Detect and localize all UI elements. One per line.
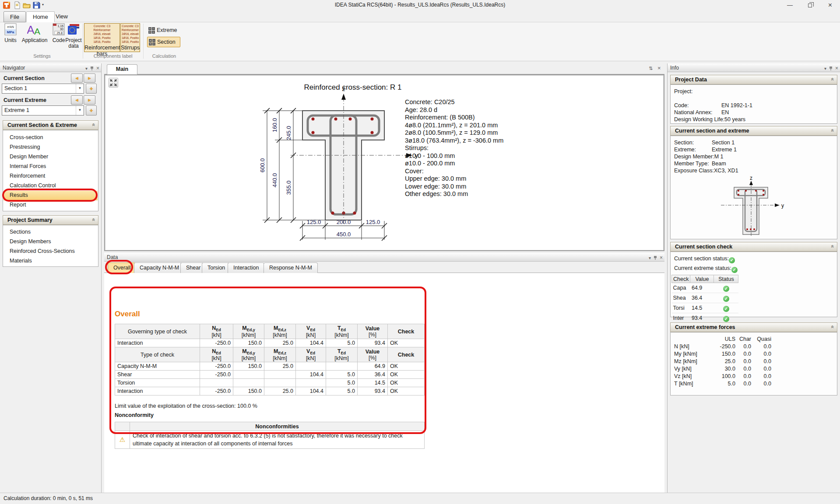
- table-cell: -250.0: [200, 339, 233, 347]
- pin-icon[interactable]: [654, 256, 657, 260]
- close-icon[interactable]: ×: [96, 65, 99, 71]
- tab-main[interactable]: Main: [107, 64, 137, 74]
- table-cell: 104.4: [296, 339, 326, 347]
- navigator-title-text: Navigator: [3, 65, 25, 71]
- units-label: Units: [2, 38, 19, 43]
- svg-text:355.0: 355.0: [285, 181, 292, 195]
- close-icon[interactable]: ×: [660, 255, 663, 261]
- calculation-group-label: Calculation: [144, 53, 184, 59]
- tab-view[interactable]: View: [49, 11, 74, 22]
- svg-text:z: z: [750, 175, 752, 181]
- svg-text:25.8: 25.8: [56, 32, 63, 35]
- close-icon[interactable]: ×: [835, 65, 838, 71]
- svg-text:Upper edge: 30.0 mm: Upper edge: 30.0 mm: [405, 175, 466, 182]
- sidebar-item-sections[interactable]: Sections: [4, 228, 98, 237]
- stirrups-button[interactable]: Concrete: C3 Reinforcemer 2Ø16, elevati …: [120, 23, 140, 52]
- table-cell: 5.0: [326, 371, 358, 379]
- group-project-summary[interactable]: Project Summary«: [3, 215, 98, 225]
- sidebar-item-materials[interactable]: Materials: [4, 256, 98, 266]
- close-icon[interactable]: ×: [657, 65, 661, 71]
- table-header-row: Nonconformities: [115, 422, 425, 431]
- dock-icon[interactable]: ⇅: [649, 66, 653, 71]
- sidebar-item-design-member[interactable]: Design Member: [4, 152, 98, 162]
- navigator-list: Sections Design Members Reinforced Cross…: [3, 225, 98, 267]
- reinforcement-bars-button[interactable]: Concrete: C3 Reinforcemer 2Ø16, elevati …: [84, 23, 120, 52]
- sidebar-item-reinforced-cross-sections[interactable]: Reinforced Cross-Sections: [4, 247, 98, 256]
- tab-interaction[interactable]: Interaction: [228, 262, 264, 273]
- previous-section-button[interactable]: ◄: [71, 74, 83, 83]
- table-row: Capa 64.9 ✓: [672, 283, 738, 293]
- info-row: Exposure Class:XC3, XD1: [674, 168, 738, 174]
- add-extreme-button[interactable]: +: [86, 105, 97, 116]
- sidebar-item-cross-section[interactable]: Cross-section: [4, 133, 98, 143]
- dropdown-icon[interactable]: ▾: [85, 66, 88, 71]
- sidebar-item-design-members[interactable]: Design Members: [4, 237, 98, 247]
- info-row: Project:: [674, 88, 721, 94]
- group-project-data[interactable]: Project Data«: [670, 75, 837, 84]
- preview-line: 2Ø16, elevati: [84, 32, 119, 35]
- svg-text:200.0: 200.0: [337, 219, 351, 225]
- project-data-button[interactable]: Project data: [64, 23, 83, 49]
- section-extreme-box: Section:Section 1 Extreme:Extreme 1 Desi…: [670, 136, 837, 239]
- group-header-label: Current section check: [675, 244, 732, 250]
- pin-icon[interactable]: [90, 66, 94, 71]
- next-extreme-button[interactable]: ►: [84, 95, 95, 105]
- sidebar-item-results[interactable]: Results: [4, 191, 98, 200]
- collapse-icon: «: [830, 245, 836, 248]
- zoom-extents-button[interactable]: [109, 78, 118, 88]
- table-cell: 25.0: [264, 362, 296, 371]
- minimize-button[interactable]: —: [780, 0, 800, 11]
- svg-text:ø10.0 - 200.0 mm: ø10.0 - 200.0 mm: [405, 160, 455, 167]
- chevron-down-icon: ▼: [76, 106, 84, 115]
- previous-extreme-button[interactable]: ◄: [71, 95, 83, 105]
- section-button[interactable]: +−×÷ Section: [147, 37, 180, 47]
- drawing-canvas[interactable]: Reinforced cross-section: R 1 z y: [104, 74, 664, 251]
- dropdown-icon[interactable]: ▾: [824, 66, 826, 71]
- group-current-section-extreme[interactable]: Current Section & Extreme«: [3, 120, 98, 130]
- restore-button[interactable]: [800, 0, 820, 11]
- group-current-section-extreme-info[interactable]: Current section and extreme«: [670, 126, 837, 136]
- pin-icon[interactable]: [829, 66, 833, 71]
- table-cell: VEd[kN]: [296, 347, 326, 362]
- tab-overall[interactable]: Overall: [108, 262, 137, 273]
- dropdown-icon[interactable]: ▾: [649, 256, 651, 260]
- close-button[interactable]: ×: [820, 0, 840, 11]
- section-select[interactable]: Section 1▼: [2, 84, 84, 94]
- group-header-label: Project Summary: [7, 217, 53, 223]
- sidebar-item-report[interactable]: Report: [4, 200, 98, 210]
- group-current-extreme-forces[interactable]: Current extreme forces«: [670, 322, 837, 332]
- tab-capacity-nmm[interactable]: Capacity N-M-M: [134, 262, 185, 273]
- window-title: IDEA StatiCa RCS(64bit) - Results_ULS.Id…: [0, 2, 840, 8]
- table-cell: [264, 379, 296, 387]
- next-section-button[interactable]: ►: [84, 74, 95, 83]
- units-button[interactable]: m'kNMPa Units: [2, 23, 19, 43]
- table-cell: 36.4: [358, 371, 388, 379]
- group-current-section-check[interactable]: Current section check«: [670, 242, 837, 252]
- table-cell: OK: [388, 371, 425, 379]
- table-cell: [200, 379, 233, 387]
- sidebar-item-prestressing[interactable]: Prestressing: [4, 143, 98, 152]
- sidebar-item-internal-forces[interactable]: Internal Forces: [4, 162, 98, 172]
- sidebar-item-calculation-control[interactable]: Calculation Control: [4, 181, 98, 191]
- svg-text:Cover:: Cover:: [405, 168, 424, 175]
- application-button[interactable]: AA Application: [21, 23, 48, 43]
- project-data-icon: [67, 23, 80, 35]
- settings-group-label: Settings: [2, 53, 82, 59]
- table-cell: TEd[kNm]: [326, 347, 358, 362]
- table-cell: ✓: [714, 283, 738, 293]
- group-header-label: Current Section & Extreme: [7, 122, 77, 128]
- ribbon-separator: [143, 24, 144, 59]
- extreme-button[interactable]: +−×÷ Extreme: [147, 25, 180, 35]
- tab-file[interactable]: File: [4, 11, 26, 22]
- svg-text:1,15: 1,15: [57, 24, 63, 28]
- status-bar: Calculation duration: 0 min, 0 s, 51 ms: [0, 493, 840, 504]
- add-section-button[interactable]: +: [86, 84, 97, 94]
- data-panel-title-text: Data: [107, 254, 118, 260]
- svg-text:90: 90: [60, 28, 63, 31]
- sidebar-item-reinforcement[interactable]: Reinforcement: [4, 172, 98, 181]
- extreme-select[interactable]: Extreme 1▼: [2, 105, 84, 116]
- main-tab-bar: Main ⇅ ×: [104, 63, 664, 74]
- tab-response-nmm[interactable]: Response N-M-M: [264, 262, 318, 273]
- tab-torsion[interactable]: Torsion: [202, 262, 231, 273]
- app-window: { "title_bar": { "title": "IDEA StatiCa …: [0, 0, 840, 504]
